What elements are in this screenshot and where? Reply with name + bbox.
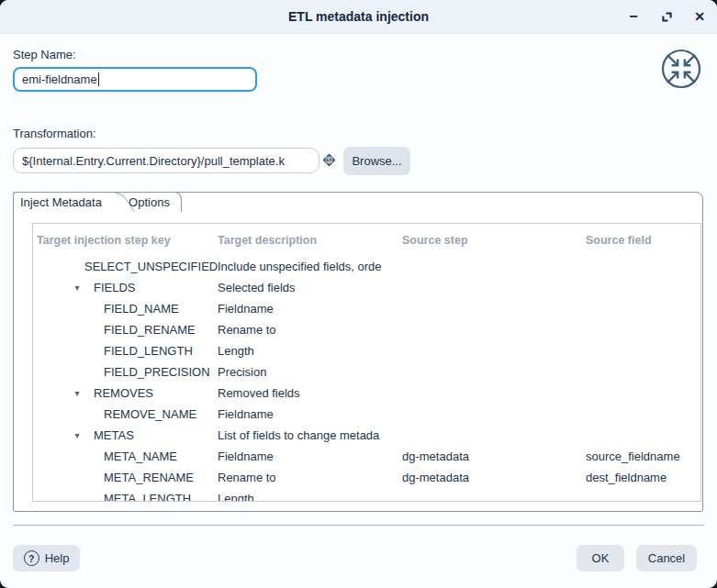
- tree-row[interactable]: META_NAME Fieldname dg-metadata source_f…: [33, 446, 700, 467]
- row-key: FIELDS: [94, 281, 136, 294]
- row-key: METAS: [94, 428, 134, 442]
- column-header-source-step: Source step: [402, 234, 586, 247]
- tree-rows: SELECT_UNSPECIFIED Include unspecified f…: [33, 256, 700, 502]
- tree-row[interactable]: ▾ REMOVES Removed fields: [33, 383, 700, 404]
- row-source-step: dg-metadata: [402, 449, 586, 463]
- tree-row[interactable]: ▾ METAS List of fields to change metada: [33, 425, 700, 446]
- row-key-cell: META_NAME: [33, 449, 218, 463]
- row-key: REMOVES: [94, 386, 153, 400]
- help-button-label: Help: [45, 551, 70, 565]
- row-key: META_LENGTH: [104, 492, 191, 502]
- step-name-value: emi-fieldname: [22, 72, 97, 86]
- row-source-field: source_fieldname: [586, 449, 700, 463]
- column-header-target-description: Target description: [218, 234, 402, 247]
- screen-backdrop: ETL metadata injection − ✕ Step Name: em…: [0, 0, 717, 588]
- help-button[interactable]: ? Help: [13, 545, 80, 571]
- transformation-value: ${Internal.Entry.Current.Directory}/pull…: [22, 154, 285, 168]
- window-title: ETL metadata injection: [0, 0, 717, 33]
- row-source-field: dest_fieldname: [586, 471, 700, 484]
- cancel-button[interactable]: Cancel: [636, 545, 697, 571]
- tree-row[interactable]: ▾ FIELDS Selected fields: [33, 277, 700, 298]
- row-desc: Length: [218, 492, 402, 502]
- window-controls: − ✕: [623, 0, 710, 33]
- minimize-button[interactable]: −: [623, 6, 644, 27]
- minimize-icon: −: [629, 8, 637, 25]
- row-desc: Precision: [218, 365, 402, 379]
- row-key-cell: FIELD_NAME: [33, 302, 218, 316]
- text-cursor: [98, 72, 100, 86]
- step-name-input[interactable]: emi-fieldname: [13, 67, 257, 92]
- row-key-cell: SELECT_UNSPECIFIED: [33, 260, 218, 273]
- row-key-cell: META_RENAME: [33, 471, 218, 484]
- row-source-step: dg-metadata: [402, 471, 586, 484]
- row-key-cell: META_LENGTH: [33, 492, 218, 502]
- tree-header-row: Target injection step key Target descrip…: [33, 224, 700, 256]
- column-header-source-field: Source field: [586, 234, 700, 247]
- column-header-target-key: Target injection step key: [33, 234, 218, 247]
- close-icon: ✕: [694, 9, 705, 24]
- row-key: SELECT_UNSPECIFIED: [84, 260, 218, 273]
- tab-inject-metadata-label: Inject Metadata: [20, 195, 102, 209]
- row-key-cell: ▾ FIELDS: [33, 281, 218, 294]
- row-key-cell: FIELD_RENAME: [33, 323, 218, 337]
- svg-text:$: $: [328, 157, 331, 163]
- close-button[interactable]: ✕: [689, 6, 710, 27]
- tab-options-label: Options: [129, 195, 170, 209]
- row-desc: Fieldname: [218, 407, 402, 421]
- tree-row[interactable]: META_LENGTH Length: [33, 488, 700, 502]
- row-key: META_NAME: [104, 449, 177, 463]
- tab-inject-metadata[interactable]: Inject Metadata: [13, 192, 110, 212]
- row-key: FIELD_PRECISION: [104, 365, 210, 379]
- metadata-tree[interactable]: Target injection step key Target descrip…: [32, 223, 701, 502]
- row-key: META_RENAME: [104, 471, 194, 484]
- row-key-cell: ▾ METAS: [33, 428, 218, 442]
- row-desc: Rename to: [218, 471, 402, 484]
- row-desc: Length: [218, 344, 402, 358]
- etl-metadata-injection-dialog: ETL metadata injection − ✕ Step Name: em…: [0, 0, 717, 588]
- browse-button[interactable]: Browse...: [343, 147, 410, 175]
- row-key: REMOVE_NAME: [104, 407, 196, 421]
- tree-row[interactable]: META_RENAME Rename to dg-metadata dest_f…: [33, 467, 700, 488]
- expander-icon[interactable]: ▾: [71, 431, 84, 440]
- step-name-label: Step Name:: [13, 48, 76, 61]
- tree-row[interactable]: FIELD_PRECISION Precision: [33, 361, 700, 383]
- transformation-label: Transformation:: [13, 127, 96, 140]
- tree-row[interactable]: FIELD_NAME Fieldname: [33, 298, 700, 319]
- tree-row[interactable]: SELECT_UNSPECIFIED Include unspecified f…: [33, 256, 700, 277]
- row-key-cell: ▾ REMOVES: [33, 386, 218, 400]
- footer-separator: [13, 525, 704, 526]
- row-desc: Removed fields: [218, 386, 402, 400]
- help-icon: ?: [24, 550, 39, 566]
- row-desc: Include unspecified fields, orde: [218, 260, 402, 273]
- tree-row[interactable]: FIELD_RENAME Rename to: [33, 319, 700, 340]
- ok-button[interactable]: OK: [577, 545, 624, 571]
- tree-row[interactable]: REMOVE_NAME Fieldname: [33, 404, 700, 425]
- row-desc: Rename to: [218, 323, 402, 337]
- restore-button[interactable]: [656, 6, 677, 27]
- title-bar[interactable]: ETL metadata injection − ✕: [0, 0, 717, 34]
- row-desc: List of fields to change metada: [218, 428, 402, 442]
- row-key-cell: FIELD_PRECISION: [33, 365, 218, 379]
- row-key: FIELD_NAME: [104, 302, 179, 316]
- expander-icon[interactable]: ▾: [71, 283, 84, 293]
- row-desc: Selected fields: [218, 281, 402, 294]
- expander-icon[interactable]: ▾: [71, 389, 84, 398]
- restore-icon: [661, 11, 673, 23]
- tree-row[interactable]: FIELD_LENGTH Length: [33, 340, 700, 361]
- row-key-cell: FIELD_LENGTH: [33, 344, 218, 358]
- metadata-injection-step-icon: [660, 48, 702, 90]
- row-desc: Fieldname: [218, 302, 402, 316]
- row-desc: Fieldname: [218, 449, 402, 463]
- transformation-input[interactable]: ${Internal.Entry.Current.Directory}/pull…: [13, 148, 319, 173]
- row-key: FIELD_LENGTH: [104, 344, 193, 358]
- row-key: FIELD_RENAME: [104, 323, 196, 337]
- variable-indicator-icon: $: [321, 152, 337, 168]
- row-key-cell: REMOVE_NAME: [33, 407, 218, 421]
